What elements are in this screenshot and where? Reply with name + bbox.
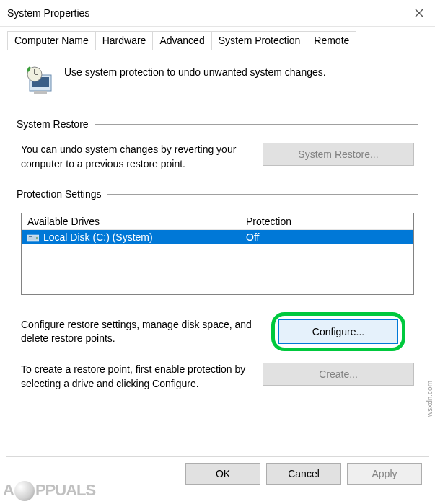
tab-hardware[interactable]: Hardware [95, 31, 154, 50]
tab-remote[interactable]: Remote [307, 31, 356, 50]
configure-highlight: Configure... [271, 312, 405, 351]
protection-settings-section: Protection Settings Available Drives Pro… [17, 188, 418, 391]
drive-list-header: Available Drives Protection [22, 213, 413, 230]
drive-name: Local Disk (C:) (System) [43, 231, 153, 243]
create-desc: To create a restore point, first enable … [21, 363, 255, 391]
protection-settings-title: Protection Settings [17, 188, 102, 200]
tab-advanced[interactable]: Advanced [152, 31, 211, 50]
intro-section: Use system protection to undo unwanted s… [17, 61, 418, 118]
disk-icon [27, 233, 39, 242]
drive-list[interactable]: Available Drives Protection Local Disk (… [21, 213, 414, 295]
tab-strip: Computer Name Hardware Advanced System P… [0, 31, 435, 50]
system-restore-desc: You can undo system changes by reverting… [21, 143, 255, 171]
close-button[interactable] [410, 4, 428, 22]
column-protection[interactable]: Protection [240, 213, 413, 230]
svg-point-11 [36, 237, 38, 239]
apply-button: Apply [347, 463, 422, 485]
create-button: Create... [263, 363, 414, 386]
drive-row[interactable]: Local Disk (C:) (System) Off [22, 230, 413, 244]
tab-body: Use system protection to undo unwanted s… [6, 50, 429, 457]
divider [95, 124, 418, 125]
watermark-logo: APPUALS [3, 481, 95, 501]
ok-button[interactable]: OK [185, 463, 260, 485]
system-restore-button: System Restore... [263, 143, 414, 166]
tab-computer-name[interactable]: Computer Name [7, 31, 96, 50]
drive-protection-status: Off [240, 230, 413, 244]
system-restore-section: System Restore You can undo system chang… [17, 118, 418, 171]
titlebar: System Properties [0, 0, 435, 27]
svg-rect-4 [34, 91, 47, 94]
intro-text: Use system protection to undo unwanted s… [64, 65, 326, 78]
configure-button[interactable]: Configure... [278, 319, 398, 344]
window-title: System Properties [7, 7, 89, 19]
system-restore-title: System Restore [17, 118, 89, 130]
configure-desc: Configure restore settings, manage disk … [21, 318, 255, 346]
tab-system-protection[interactable]: System Protection [211, 31, 308, 50]
cancel-button[interactable]: Cancel [266, 463, 341, 485]
svg-rect-10 [29, 236, 32, 237]
divider [107, 194, 418, 195]
system-protection-icon [24, 65, 56, 97]
column-drives[interactable]: Available Drives [22, 213, 240, 230]
